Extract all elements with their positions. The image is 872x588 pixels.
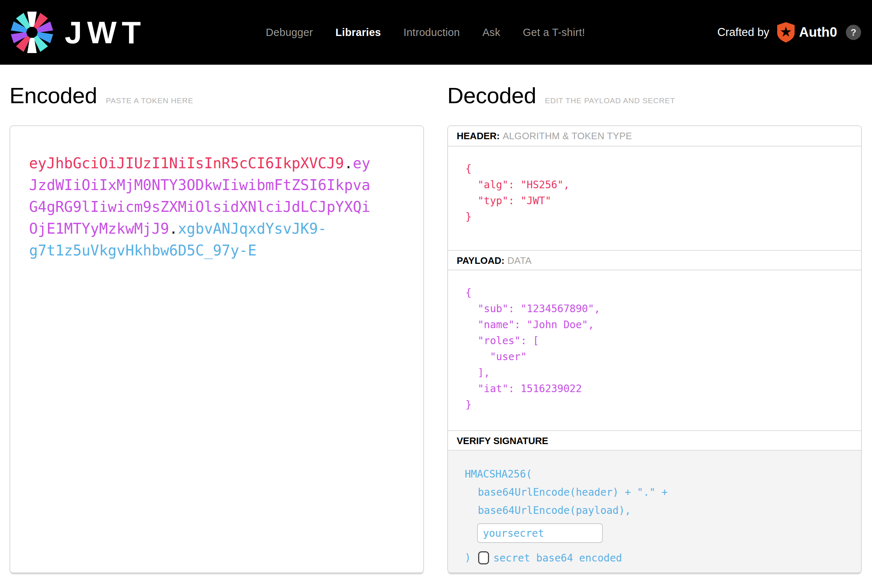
debugger-main: Encoded PASTE A TOKEN HERE eyJhbGciOiJIU… (0, 64, 872, 573)
payload-sublabel: DATA (507, 255, 532, 266)
token-separator-dot: . (169, 220, 178, 237)
decoded-title: Decoded (447, 84, 536, 107)
sig-close-paren: ) (465, 549, 471, 567)
nav-item-debugger[interactable]: Debugger (266, 27, 313, 39)
verify-signature-block: HMACSHA256( base64UrlEncode(header) + ".… (448, 451, 861, 572)
sig-code-line-2: base64UrlEncode(header) + "." + (465, 483, 850, 501)
header-section-label: HEADER:ALGORITHM & TOKEN TYPE (448, 126, 861, 147)
decoded-subtitle: EDIT THE PAYLOAD AND SECRET (545, 96, 675, 105)
jwt-logo[interactable]: JWT (9, 10, 146, 55)
crafted-by-label: Crafted by (717, 26, 769, 39)
nav-item-tshirt[interactable]: Get a T-shirt! (523, 27, 585, 39)
verify-signature-label: VERIFY SIGNATURE (448, 430, 861, 451)
header-json-editor[interactable]: { "alg": "HS256", "typ": "JWT" } (448, 147, 861, 250)
token-header-segment: eyJhbGciOiJIUzI1NiIsInR5cCI6IkpXVCJ9 (29, 155, 344, 171)
help-icon[interactable]: ? (846, 25, 861, 40)
encoded-subtitle: PASTE A TOKEN HERE (106, 96, 193, 105)
nav-item-libraries[interactable]: Libraries (336, 27, 381, 39)
header-sublabel: ALGORITHM & TOKEN TYPE (502, 130, 632, 141)
decoded-column: Decoded EDIT THE PAYLOAD AND SECRET HEAD… (447, 64, 862, 573)
jwt-pinwheel-icon (9, 10, 54, 55)
payload-section-label: PAYLOAD:DATA (448, 250, 861, 270)
jwt-wordmark: JWT (65, 17, 146, 48)
jwt-token-text: eyJhbGciOiJIUzI1NiIsInR5cCI6IkpXVCJ9.eyJ… (29, 152, 374, 261)
sig-code-line-3: base64UrlEncode(payload), (465, 501, 850, 520)
sig-options-row: ) secret base64 encoded (465, 549, 850, 567)
secret-input[interactable] (477, 524, 603, 543)
header-label: HEADER: (457, 130, 500, 141)
crafted-by-auth0[interactable]: Crafted by Auth0 ? (717, 22, 861, 42)
token-separator-dot: . (344, 155, 353, 171)
nav-item-introduction[interactable]: Introduction (404, 27, 460, 39)
encoded-token-editor[interactable]: eyJhbGciOiJIUzI1NiIsInR5cCI6IkpXVCJ9.eyJ… (9, 125, 424, 573)
payload-label: PAYLOAD: (457, 255, 504, 266)
secret-base64-checkbox[interactable] (478, 551, 489, 564)
encoded-column: Encoded PASTE A TOKEN HERE eyJhbGciOiJIU… (9, 64, 424, 573)
nav-item-ask[interactable]: Ask (482, 27, 500, 39)
decoded-panel: HEADER:ALGORITHM & TOKEN TYPE { "alg": "… (447, 125, 862, 573)
encoded-header: Encoded PASTE A TOKEN HERE (9, 84, 424, 125)
sig-code-line-1: HMACSHA256( (465, 465, 850, 483)
main-nav: Debugger Libraries Introduction Ask Get … (266, 27, 585, 39)
decoded-header: Decoded EDIT THE PAYLOAD AND SECRET (447, 84, 862, 125)
auth0-shield-icon (777, 22, 795, 42)
encoded-title: Encoded (9, 84, 97, 107)
payload-json-editor[interactable]: { "sub": "1234567890", "name": "John Doe… (448, 270, 861, 430)
verify-label: VERIFY SIGNATURE (457, 435, 548, 446)
top-nav-bar: JWT Debugger Libraries Introduction Ask … (0, 0, 872, 64)
auth0-label: Auth0 (799, 25, 837, 40)
secret-base64-label[interactable]: secret base64 encoded (493, 552, 622, 564)
